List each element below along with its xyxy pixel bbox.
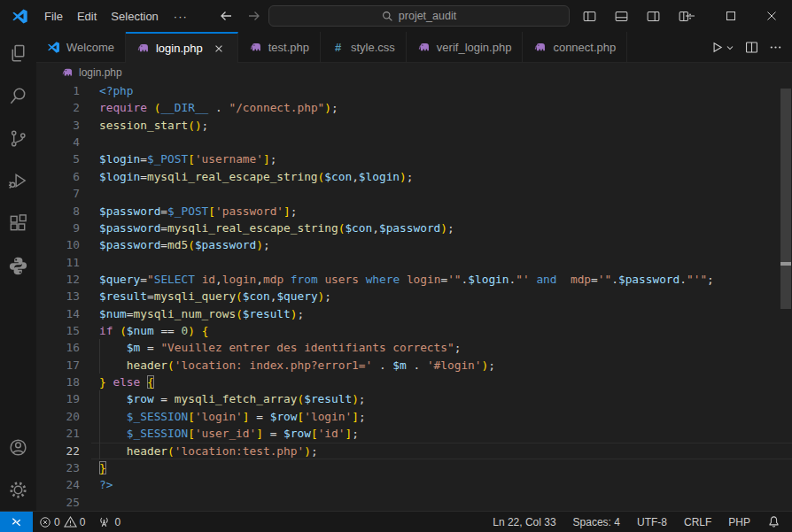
code-line[interactable]: 17 header('location: index.php?error1=' …	[36, 357, 792, 374]
line-number[interactable]: 21	[36, 425, 80, 442]
code-text: $_SESSION['user_id'] = $row['id'];	[80, 425, 359, 442]
code-text	[80, 254, 99, 271]
toggle-secondary-sidebar-button[interactable]	[641, 4, 664, 27]
minimize-button[interactable]	[670, 0, 710, 32]
line-number[interactable]: 2	[36, 99, 80, 116]
problems-indicator[interactable]: 0 0	[33, 512, 91, 532]
tab-login-php[interactable]: login.php	[126, 32, 238, 63]
tab-verif-login-php[interactable]: verif_login.php	[407, 32, 524, 62]
activity-search[interactable]	[0, 74, 36, 117]
activity-settings[interactable]	[0, 468, 36, 511]
line-number[interactable]: 17	[36, 357, 80, 374]
code-editor[interactable]: 1<?php2require (__DIR__ . "/connect.php"…	[36, 82, 792, 511]
tab-welcome[interactable]: Welcome	[36, 32, 126, 62]
line-number[interactable]: 20	[36, 408, 80, 425]
line-number[interactable]: 9	[36, 220, 80, 236]
code-line[interactable]: 14$num=mysqli_num_rows($result);	[36, 305, 792, 322]
code-line[interactable]: 10$password=md5($password);	[36, 236, 792, 253]
ports-indicator[interactable]: 0	[91, 512, 127, 532]
line-number[interactable]: 3	[36, 117, 80, 134]
code-line[interactable]: 13$result=mysqli_query($con,$query);	[36, 288, 792, 305]
maximize-button[interactable]	[710, 0, 751, 32]
close-icon	[214, 43, 224, 54]
tab-test-php[interactable]: test.php	[238, 32, 321, 62]
line-number[interactable]: 11	[36, 254, 80, 271]
toggle-primary-sidebar-button[interactable]	[578, 4, 601, 27]
code-line[interactable]: 21 $_SESSION['user_id'] = $row['id'];	[36, 425, 792, 442]
run-file-button[interactable]	[708, 37, 737, 58]
code-line[interactable]: 8$password=$_POST['password'];	[36, 203, 792, 220]
go-back-button[interactable]	[214, 4, 238, 28]
menu-file[interactable]: File	[37, 7, 70, 26]
command-center-label: projet_audit	[399, 10, 456, 22]
code-line[interactable]: 25	[36, 494, 792, 511]
notifications-bell[interactable]	[761, 512, 787, 532]
language-mode-indicator[interactable]: PHP	[722, 512, 757, 532]
command-center-search[interactable]: projet_audit	[268, 5, 570, 27]
menu-edit[interactable]: Edit	[70, 7, 104, 26]
line-number[interactable]: 22	[36, 443, 80, 459]
code-line[interactable]: 9$password=mysqli_real_escape_string($co…	[36, 220, 792, 236]
tab-close-button[interactable]	[211, 41, 227, 57]
tab-style-css[interactable]: # style.css	[321, 32, 407, 62]
line-number[interactable]: 7	[36, 185, 80, 202]
code-line[interactable]: 1<?php	[36, 82, 792, 99]
cursor-position-indicator[interactable]: Ln 22, Col 33	[486, 512, 562, 532]
code-line[interactable]: 2require (__DIR__ . "/connect.php");	[36, 99, 792, 116]
line-number[interactable]: 19	[36, 390, 80, 407]
activity-run-and-debug[interactable]	[0, 159, 36, 202]
code-line[interactable]: 11	[36, 254, 792, 271]
toggle-panel-button[interactable]	[610, 4, 633, 27]
line-number[interactable]: 25	[36, 494, 80, 511]
code-line[interactable]: 20 $_SESSION['login'] = $row['login'];	[36, 408, 792, 425]
code-text	[80, 494, 99, 511]
remote-indicator[interactable]	[0, 512, 33, 532]
line-number[interactable]: 1	[36, 82, 80, 99]
activity-python[interactable]	[0, 244, 36, 287]
activity-explorer[interactable]	[0, 32, 36, 74]
menu-more-button[interactable]: ···	[166, 7, 196, 26]
split-editor-button[interactable]	[742, 37, 761, 58]
go-forward-button[interactable]	[242, 4, 267, 28]
line-number[interactable]: 5	[36, 150, 80, 167]
indentation-indicator[interactable]: Spaces: 4	[567, 512, 626, 532]
code-line[interactable]: 23}	[36, 459, 792, 476]
more-actions-button[interactable]	[766, 37, 785, 58]
scrollbar-thumb[interactable]	[780, 89, 791, 309]
code-line[interactable]: 6$login=mysqli_real_escape_string($con,$…	[36, 168, 792, 185]
line-number[interactable]: 18	[36, 374, 80, 390]
line-number[interactable]: 16	[36, 339, 80, 356]
code-line[interactable]: 16 $m = "Veuillez entrer des identifiant…	[36, 339, 792, 356]
activity-source-control[interactable]	[0, 117, 36, 159]
line-number[interactable]: 15	[36, 322, 80, 339]
line-number[interactable]: 8	[36, 203, 80, 220]
close-window-button[interactable]	[751, 0, 792, 32]
breadcrumb-item-file[interactable]: login.php	[79, 66, 122, 79]
line-number[interactable]: 24	[36, 476, 80, 493]
code-line[interactable]: 24?>	[36, 476, 792, 493]
line-number[interactable]: 13	[36, 288, 80, 305]
code-line[interactable]: 15if ($num == 0) {	[36, 322, 792, 339]
editor-scrollbar[interactable]	[780, 82, 792, 511]
line-number[interactable]: 4	[36, 134, 80, 150]
code-line[interactable]: 22 header('location:test.php');	[36, 443, 792, 459]
line-number[interactable]: 23	[36, 459, 80, 476]
encoding-indicator[interactable]: UTF-8	[631, 512, 673, 532]
code-line[interactable]: 7	[36, 185, 792, 202]
line-number[interactable]: 10	[36, 236, 80, 253]
menu-selection[interactable]: Selection	[104, 7, 165, 26]
code-line[interactable]: 4	[36, 134, 792, 150]
code-line[interactable]: 19 $row = mysqli_fetch_array($result);	[36, 390, 792, 407]
activity-extensions[interactable]	[0, 202, 36, 244]
code-line[interactable]: 3session_start();	[36, 117, 792, 134]
line-number[interactable]: 12	[36, 271, 80, 288]
activity-accounts[interactable]	[0, 426, 36, 468]
line-number[interactable]: 6	[36, 168, 80, 185]
line-number[interactable]: 14	[36, 305, 80, 322]
code-line[interactable]: 18} else {	[36, 374, 792, 390]
tab-connect-php[interactable]: connect.php	[523, 32, 627, 62]
code-line[interactable]: 5$login=$_POST['username'];	[36, 150, 792, 167]
code-line[interactable]: 12$query="SELECT id,login,mdp from users…	[36, 271, 792, 288]
arrow-right-icon	[247, 9, 261, 23]
eol-indicator[interactable]: CRLF	[678, 512, 718, 532]
